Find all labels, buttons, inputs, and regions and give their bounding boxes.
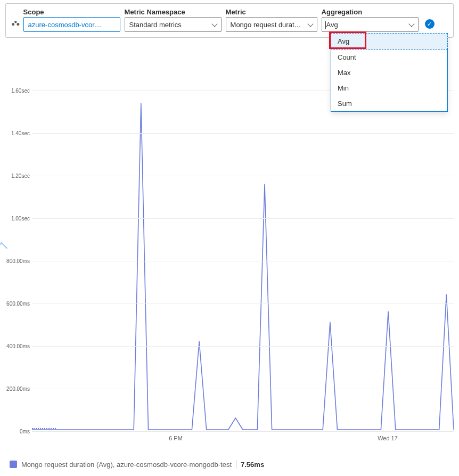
- namespace-value: Standard metrics: [129, 21, 182, 29]
- scope-value: azure-cosmosdb-vcore-m…: [28, 21, 103, 29]
- metric-label: Metric: [226, 8, 317, 16]
- grid-line: [32, 261, 454, 261]
- aggregation-option-avg[interactable]: Avg: [331, 33, 448, 50]
- scope-picker[interactable]: azure-cosmosdb-vcore-m…: [23, 17, 120, 32]
- y-tick-label: 200.00ms: [6, 386, 30, 392]
- chart-legend: Mongo request duration (Avg), azure-cosm…: [10, 460, 264, 469]
- y-tick-label: 1.60sec: [11, 88, 30, 94]
- legend-value: 7.56ms: [241, 461, 264, 469]
- grid-line: [32, 389, 454, 389]
- namespace-picker[interactable]: Standard metrics: [125, 17, 222, 32]
- chart-plot-area[interactable]: [32, 91, 454, 431]
- x-tick-label: 6 PM: [169, 435, 183, 441]
- x-tick-label: Wed 17: [378, 435, 398, 441]
- chevron-down-icon: [307, 21, 313, 27]
- aggregation-value: Avg: [326, 21, 338, 29]
- grid-line: [32, 218, 454, 219]
- y-tick-label: 400.00ms: [6, 343, 30, 349]
- metric-chart: 0ms200.00ms400.00ms600.00ms800.00ms1.00s…: [5, 91, 454, 437]
- chevron-down-icon: [408, 21, 414, 27]
- aggregation-field: Aggregation Avg: [322, 8, 419, 32]
- metric-field: Metric Mongo request durat…: [226, 8, 317, 32]
- namespace-label: Metric Namespace: [125, 8, 222, 16]
- aggregation-option-count[interactable]: Count: [331, 50, 447, 65]
- confirm-icon[interactable]: ✓: [425, 19, 435, 29]
- grid-line: [32, 176, 454, 176]
- legend-divider: [236, 460, 236, 469]
- namespace-field: Metric Namespace Standard metrics: [125, 8, 222, 32]
- y-tick-label: 1.00sec: [11, 216, 30, 221]
- chevron-down-icon: [211, 21, 217, 27]
- aggregation-option-max[interactable]: Max: [331, 65, 447, 80]
- y-tick-label: 1.40sec: [11, 130, 30, 136]
- grid-line: [32, 303, 454, 304]
- aggregation-label: Aggregation: [322, 8, 419, 16]
- grid-line: [32, 431, 454, 432]
- y-axis-labels: 0ms200.00ms400.00ms600.00ms800.00ms1.00s…: [5, 91, 32, 431]
- y-tick-label: 800.00ms: [6, 258, 30, 264]
- y-tick-label: 1.20sec: [11, 173, 30, 179]
- line-series-icon: ●●●: [11, 19, 19, 32]
- y-tick-label: 600.00ms: [6, 301, 30, 307]
- grid-line: [32, 346, 454, 347]
- scope-field: Scope azure-cosmosdb-vcore-m…: [23, 8, 120, 32]
- grid-line: [32, 133, 454, 134]
- scope-label: Scope: [23, 8, 120, 16]
- metric-value: Mongo request durat…: [231, 21, 301, 29]
- legend-swatch: [10, 461, 17, 468]
- metric-picker[interactable]: Mongo request durat…: [226, 17, 317, 32]
- aggregation-option-min[interactable]: Min: [331, 80, 447, 96]
- legend-series-text: Mongo request duration (Avg), azure-cosm…: [21, 461, 232, 469]
- aggregation-picker[interactable]: Avg: [322, 17, 419, 32]
- aggregation-dropdown: Avg Count Max Min Sum: [331, 33, 448, 112]
- y-tick-label: 0ms: [20, 429, 30, 434]
- aggregation-option-sum[interactable]: Sum: [331, 96, 447, 111]
